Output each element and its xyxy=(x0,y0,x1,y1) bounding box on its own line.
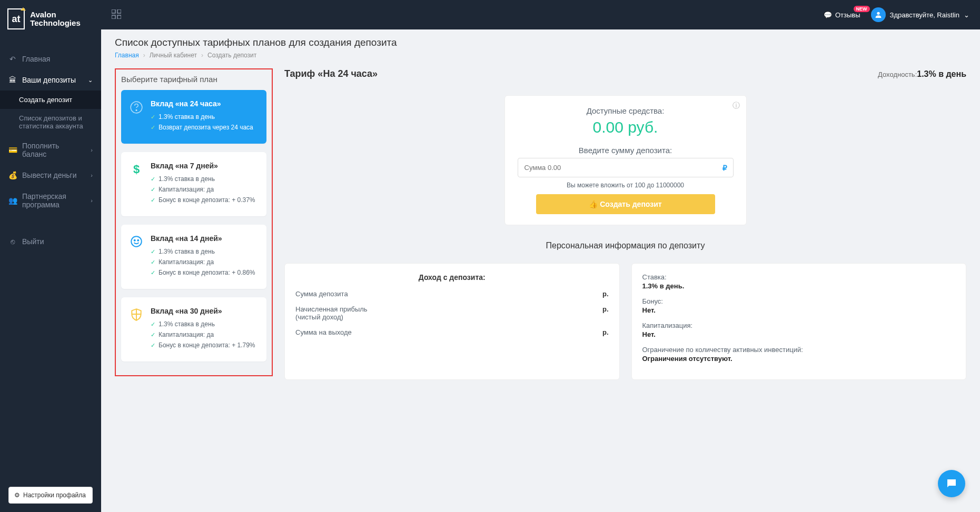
breadcrumb-sep-icon: › xyxy=(143,52,145,59)
sidebar-item-label: Пополнить баланс xyxy=(22,142,85,158)
create-deposit-button[interactable]: 👍 Создать депозит xyxy=(536,194,715,214)
income-row-label: Сумма депозита xyxy=(295,290,348,298)
tariff-feature: 1.3% ставка в день xyxy=(159,175,215,183)
sidebar-item-label: Вывести деньги xyxy=(22,171,77,179)
gear-icon: ⚙ xyxy=(14,491,20,499)
income-card: Доход с депозита: Сумма депозита р. Начи… xyxy=(284,263,620,380)
svg-point-9 xyxy=(137,240,138,241)
check-icon: ✓ xyxy=(151,114,155,121)
chevron-down-icon: ⌄ xyxy=(88,77,93,84)
check-icon: ✓ xyxy=(151,124,155,131)
info-icon[interactable]: ⓘ xyxy=(732,101,740,111)
yield-value: 1.3% в день xyxy=(917,69,966,78)
create-deposit-label: Создать депозит xyxy=(600,200,661,208)
sidebar-sub-deposit-list[interactable]: Список депозитов и статистика аккаунта xyxy=(0,109,101,135)
brand-logo-icon: at xyxy=(7,8,25,29)
available-funds-label: Доступные средства: xyxy=(518,106,734,115)
deposit-amount-card: ⓘ Доступные средства: 0.00 руб. Введите … xyxy=(504,95,747,225)
income-row-value: р. xyxy=(602,305,609,321)
back-arrow-icon: ↶ xyxy=(8,55,17,63)
tariff-feature: Возврат депозита через 24 часа xyxy=(159,124,253,131)
tariff-card-14d[interactable]: Вклад «на 14 дней» ✓1.3% ставка в день ✓… xyxy=(121,225,266,289)
sidebar-item-deposits[interactable]: 🏛 Ваши депозиты ⌄ xyxy=(0,69,101,91)
chat-fab-button[interactable] xyxy=(938,470,965,497)
limit-label: Ограничение по количеству активных инвес… xyxy=(642,346,803,354)
limit-value: Ограничения отсутствуют. xyxy=(642,355,956,363)
svg-point-7 xyxy=(131,236,142,247)
chevron-right-icon: › xyxy=(91,147,93,153)
tariff-card-30d[interactable]: Вклад «на 30 дней» ✓1.3% ставка в день ✓… xyxy=(121,297,266,362)
smile-chat-icon xyxy=(128,234,144,250)
sidebar-item-partner[interactable]: 👥 Партнерская программа › xyxy=(0,186,101,215)
wallet-minus-icon: 💰 xyxy=(8,171,17,179)
svg-rect-1 xyxy=(117,9,121,13)
tariff-title: Вклад «на 24 часа» xyxy=(151,99,253,108)
page-title: Список доступных тарифных планов для соз… xyxy=(115,37,966,48)
deposit-range-hint: Вы можете вложить от 100 до 11000000 xyxy=(518,182,734,189)
income-row: Сумма на выходе р. xyxy=(295,328,609,336)
income-row: Начисленная прибыль (чистый доход) р. xyxy=(295,305,609,321)
thumbs-up-icon: 👍 xyxy=(589,200,598,208)
check-icon: ✓ xyxy=(151,332,155,338)
sidebar-nav: ↶ Главная 🏛 Ваши депозиты ⌄ Создать депо… xyxy=(0,38,101,478)
breadcrumb-home[interactable]: Главная xyxy=(115,52,139,59)
income-card-title: Доход с депозита: xyxy=(295,273,609,282)
check-icon: ✓ xyxy=(151,176,155,183)
cap-value: Нет. xyxy=(642,330,956,338)
sidebar: at Avalon Technologies ↶ Главная 🏛 Ваши … xyxy=(0,0,101,512)
bonus-value: Нет. xyxy=(642,306,956,314)
available-balance: 0.00 руб. xyxy=(518,118,734,136)
tariff-card-7d[interactable]: $ Вклад «на 7 дней» ✓1.3% ставка в день … xyxy=(121,152,266,216)
check-icon: ✓ xyxy=(151,186,155,193)
params-card: Ставка:1.3% в день. Бонус:Нет. Капитализ… xyxy=(631,263,967,380)
topbar: 💬 Отзывы NEW Здравствуйте, Raistlin ⌄ xyxy=(101,0,980,29)
sidebar-item-label: Партнерская программа xyxy=(22,192,85,209)
breadcrumb-current: Создать депозит xyxy=(207,52,256,59)
tariff-title: Вклад «на 14 дней» xyxy=(151,234,255,243)
sidebar-item-withdraw[interactable]: 💰 Вывести деньги › xyxy=(0,165,101,186)
check-icon: ✓ xyxy=(151,259,155,266)
bank-icon: 🏛 xyxy=(8,76,17,84)
personal-info-heading: Персональная информация по депозиту xyxy=(284,241,966,250)
chat-icon: 💬 xyxy=(824,11,832,19)
reviews-link[interactable]: 💬 Отзывы NEW xyxy=(824,11,860,19)
sidebar-sub-create-deposit[interactable]: Создать депозит xyxy=(0,91,101,109)
tariff-feature: Капитализация: да xyxy=(159,186,214,193)
tariff-feature: Бонус в конце депозита: + 1.79% xyxy=(159,342,255,349)
logout-icon: ⎋ xyxy=(8,237,17,246)
brand[interactable]: at Avalon Technologies xyxy=(0,0,101,38)
user-menu[interactable]: Здравствуйте, Raistlin ⌄ xyxy=(871,7,969,22)
tariff-feature: Капитализация: да xyxy=(159,258,214,266)
tariff-feature: Бонус в конце депозита: + 0.86% xyxy=(159,269,255,276)
svg-point-6 xyxy=(136,110,137,111)
apps-grid-icon[interactable] xyxy=(112,9,121,21)
svg-rect-2 xyxy=(112,15,115,19)
income-row-value: р. xyxy=(602,290,609,298)
yield-text: Доходность: xyxy=(878,71,917,78)
settings-label: Настройки профайла xyxy=(23,491,86,499)
income-row-value: р. xyxy=(602,328,609,336)
tariff-list-panel: Выберите тарифный план Вклад «на 24 часа… xyxy=(115,68,273,376)
tariff-card-24h[interactable]: Вклад «на 24 часа» ✓1.3% ставка в день ✓… xyxy=(121,90,266,144)
tariff-feature: 1.3% ставка в день xyxy=(159,113,215,121)
income-row-label: Сумма на выходе xyxy=(295,328,352,336)
sidebar-item-label: Ваши депозиты xyxy=(22,76,76,84)
yield-label: Доходность:1.3% в день xyxy=(878,69,966,79)
deposit-config-panel: Тариф «На 24 часа» Доходность:1.3% в ден… xyxy=(284,68,966,380)
sidebar-item-logout[interactable]: ⎋ Выйти xyxy=(0,231,101,252)
sidebar-item-home[interactable]: ↶ Главная xyxy=(0,48,101,69)
income-row: Сумма депозита р. xyxy=(295,290,609,298)
breadcrumb-sep-icon: › xyxy=(201,52,203,59)
sidebar-item-topup[interactable]: 💳 Пополнить баланс › xyxy=(0,135,101,165)
tariff-feature: 1.3% ставка в день xyxy=(159,320,215,328)
chat-bubble-icon xyxy=(945,477,958,490)
tariff-title: Вклад «на 7 дней» xyxy=(151,162,255,170)
bonus-label: Бонус: xyxy=(642,297,663,305)
user-greeting: Здравствуйте, Raistlin xyxy=(890,11,959,19)
svg-point-8 xyxy=(134,240,135,241)
svg-rect-0 xyxy=(112,9,115,13)
settings-profile-button[interactable]: ⚙ Настройки профайла xyxy=(8,487,93,504)
breadcrumb: Главная › Личный кабинет › Создать депоз… xyxy=(115,52,966,59)
deposit-amount-input[interactable] xyxy=(518,158,734,177)
tariff-feature: Бонус в конце депозита: + 0.37% xyxy=(159,196,255,204)
